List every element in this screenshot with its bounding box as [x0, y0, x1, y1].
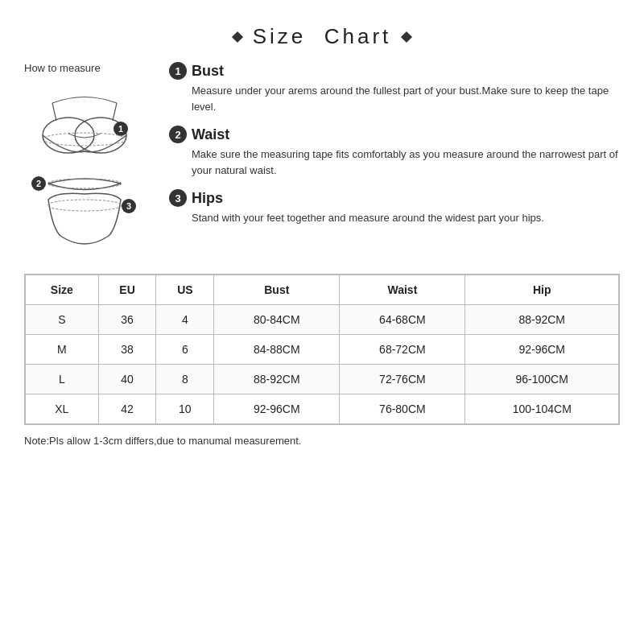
table-row: S36480-84CM64-68CM88-92CM [26, 305, 619, 335]
col-bust: Bust [214, 275, 340, 305]
table-cell: 84-88CM [214, 335, 340, 365]
table-cell: 4 [156, 305, 214, 335]
bust-heading: 1 Bust [169, 62, 620, 80]
instruction-hips: 3 Hips Stand with your feet together and… [169, 189, 620, 226]
instruction-waist: 2 Waist Make sure the measuring tape fit… [169, 126, 620, 178]
table-cell: 8 [156, 365, 214, 394]
table-cell: 38 [98, 335, 156, 365]
svg-text:3: 3 [126, 201, 131, 211]
table-header-row: Size EU US Bust Waist Hip [26, 275, 619, 305]
table-cell: 100-104CM [465, 394, 619, 424]
page: Size Chart How to measure [0, 0, 644, 644]
col-us: US [156, 275, 214, 305]
table-cell: 42 [98, 394, 156, 424]
table-cell: 80-84CM [214, 305, 340, 335]
table-cell: 68-72CM [340, 335, 465, 365]
table-cell: M [26, 335, 99, 365]
table-row: M38684-88CM68-72CM92-96CM [26, 335, 619, 365]
col-hip: Hip [465, 275, 619, 305]
table-cell: 92-96CM [214, 394, 340, 424]
table-cell: 40 [98, 365, 156, 394]
table-cell: L [26, 365, 99, 394]
bust-number: 1 [169, 62, 187, 80]
waist-number: 2 [169, 126, 187, 143]
page-title: Size Chart [253, 24, 392, 49]
table-cell: 92-96CM [465, 335, 619, 365]
how-to-measure-label: How to measure [24, 62, 153, 74]
table-cell: 10 [156, 394, 214, 424]
svg-point-0 [43, 118, 94, 153]
table-cell: 72-76CM [340, 365, 465, 394]
size-table-wrapper: Size EU US Bust Waist Hip S36480-84CM64-… [24, 274, 620, 425]
measure-instructions: 1 Bust Measure under your arems around t… [169, 62, 620, 237]
table-cell: 64-68CM [340, 305, 465, 335]
title-row: Size Chart [24, 24, 620, 49]
table-cell: 88-92CM [214, 365, 340, 394]
table-cell: 76-80CM [340, 394, 465, 424]
table-row: L40888-92CM72-76CM96-100CM [26, 365, 619, 394]
table-cell: XL [26, 394, 99, 424]
waist-title: Waist [192, 126, 229, 143]
measure-image: How to measure 1 [24, 62, 153, 259]
bust-title: Bust [192, 63, 224, 80]
svg-text:1: 1 [118, 124, 123, 134]
svg-point-6 [43, 133, 126, 146]
svg-line-2 [52, 103, 56, 121]
hips-heading: 3 Hips [169, 189, 620, 207]
hips-title: Hips [192, 190, 223, 207]
waist-heading: 2 Waist [169, 126, 620, 143]
col-waist: Waist [340, 275, 465, 305]
size-table: Size EU US Bust Waist Hip S36480-84CM64-… [25, 275, 619, 424]
hips-text: Stand with your feet together and measur… [169, 210, 620, 226]
table-cell: S [26, 305, 99, 335]
svg-text:2: 2 [36, 179, 41, 188]
diamond-right-icon [401, 31, 412, 42]
table-cell: 6 [156, 335, 214, 365]
col-eu: EU [98, 275, 156, 305]
table-cell: 88-92CM [465, 305, 619, 335]
svg-line-3 [113, 103, 117, 121]
hips-number: 3 [169, 189, 187, 207]
table-row: XL421092-96CM76-80CM100-104CM [26, 394, 619, 424]
instruction-bust: 1 Bust Measure under your arems around t… [169, 62, 620, 114]
measure-section: How to measure 1 [24, 62, 620, 259]
note-text: Note:Pls allow 1-3cm differs,due to manu… [24, 435, 620, 447]
bust-text: Measure under your arems around the full… [169, 83, 620, 114]
table-cell: 36 [98, 305, 156, 335]
diamond-left-icon [232, 31, 243, 42]
bikini-illustration: 1 2 3 [24, 79, 145, 256]
col-size: Size [26, 275, 99, 305]
waist-text: Make sure the measuring tape fits comfor… [169, 147, 620, 178]
table-cell: 96-100CM [465, 365, 619, 394]
svg-point-10 [47, 200, 122, 211]
